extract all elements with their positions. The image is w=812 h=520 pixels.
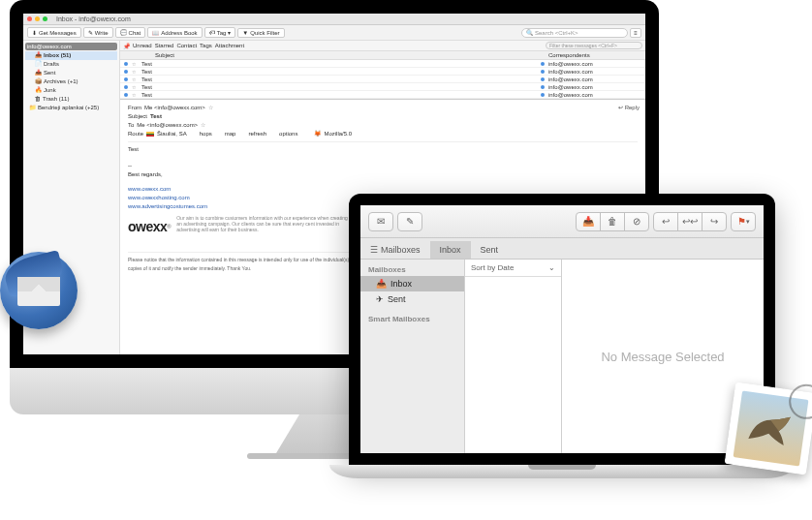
map-link[interactable]: map bbox=[225, 130, 236, 138]
filter-tags[interactable]: Tags bbox=[200, 43, 212, 48]
sidebar-section-mailboxes: Mailboxes bbox=[360, 263, 464, 276]
favorites-bar: ☰Mailboxes Inbox Sent bbox=[360, 238, 764, 260]
unread-dot-icon bbox=[124, 77, 128, 81]
chat-icon: 💬 bbox=[120, 29, 127, 36]
folder-sent[interactable]: 📤Sent bbox=[25, 69, 117, 77]
flag-button[interactable]: ⚑▾ bbox=[731, 212, 756, 231]
star-icon[interactable]: ☆ bbox=[208, 104, 213, 112]
forward-button[interactable]: ↪ bbox=[702, 212, 727, 231]
window-title: Inbox - info@owexx.com bbox=[56, 15, 131, 22]
archive-icon: 📥 bbox=[582, 216, 594, 227]
minimize-dot-icon[interactable] bbox=[35, 16, 40, 21]
global-search-input[interactable]: 🔍 Search <Ctrl+K> bbox=[521, 28, 628, 38]
mail-sidebar: Mailboxes 📥Inbox ✈Sent Smart Mailboxes bbox=[360, 260, 465, 453]
status-dot-icon bbox=[541, 70, 545, 74]
filter-contact[interactable]: Contact bbox=[176, 43, 197, 48]
sort-header[interactable]: Sort by Date ⌄ bbox=[465, 260, 561, 277]
trash-icon: 🗑 bbox=[608, 216, 617, 227]
from-value: Me <info@owexx.com> bbox=[144, 104, 205, 112]
account-header[interactable]: info@owexx.com bbox=[25, 43, 117, 50]
brand-tagline: Our aim is to combine customers informat… bbox=[176, 215, 351, 232]
compose-button[interactable]: ✎ bbox=[397, 212, 422, 231]
archive-icon: 📦 bbox=[35, 77, 42, 86]
folder-inbox[interactable]: 📥Inbox (51) bbox=[25, 51, 117, 60]
to-value: Me <info@owexx.com> bbox=[137, 121, 198, 130]
route-label: Route bbox=[128, 130, 143, 138]
tab-mailboxes[interactable]: ☰Mailboxes bbox=[360, 241, 430, 259]
folder-shared[interactable]: 📁Bendrieji aplankai (+25) bbox=[25, 104, 117, 112]
list-row[interactable]: ☆Testinfo@owexx.com bbox=[120, 91, 645, 99]
folder-junk[interactable]: 🔥Junk bbox=[25, 86, 117, 95]
folder-trash[interactable]: 🗑Trash (11) bbox=[25, 95, 117, 104]
unread-dot-icon bbox=[124, 70, 128, 74]
menu-button[interactable]: ≡ bbox=[630, 28, 641, 38]
tab-inbox[interactable]: Inbox bbox=[430, 241, 471, 259]
sent-icon: 📤 bbox=[35, 69, 42, 77]
close-dot-icon[interactable] bbox=[27, 16, 32, 21]
hops-link[interactable]: hops bbox=[200, 130, 212, 138]
reply-icon: ↩ bbox=[662, 216, 670, 227]
write-button[interactable]: ✎Write bbox=[83, 27, 113, 38]
address-book-button[interactable]: 📖Address Book bbox=[147, 27, 202, 38]
body-regards: Best regards, bbox=[128, 170, 638, 179]
sidebar-section-smart: Smart Mailboxes bbox=[360, 313, 464, 325]
pin-icon[interactable]: 📌 bbox=[123, 43, 130, 49]
get-mail-button[interactable]: ✉ bbox=[368, 212, 393, 231]
reply-all-icon: ↩↩ bbox=[682, 216, 698, 227]
titlebar: Inbox - info@owexx.com bbox=[23, 14, 645, 25]
folder-icon: 📁 bbox=[29, 104, 36, 112]
junk-button[interactable]: ⊘ bbox=[624, 212, 649, 231]
filter-bar: 📌 Unread Starred Contact Tags Attachment… bbox=[120, 41, 645, 51]
signature-link[interactable]: www.owexx.com bbox=[128, 185, 638, 194]
junk-icon: ⊘ bbox=[633, 216, 640, 227]
reply-group: ↩ ↩↩ ↪ bbox=[653, 212, 727, 231]
brand-logo: owexx® bbox=[128, 223, 171, 231]
to-label: To bbox=[128, 121, 134, 130]
quick-filter-button[interactable]: ▼Quick Filter bbox=[237, 28, 284, 38]
tag-button[interactable]: 🏷Tag▾ bbox=[204, 27, 236, 38]
options-link[interactable]: options bbox=[279, 130, 297, 138]
reply-button[interactable]: ↩ Reply bbox=[618, 104, 640, 112]
unread-dot-icon bbox=[124, 62, 128, 66]
flag-icon: ⚑ bbox=[737, 216, 746, 227]
star-icon[interactable]: ☆ bbox=[201, 121, 205, 130]
filter-unread[interactable]: Unread bbox=[133, 43, 152, 48]
delete-button[interactable]: 🗑 bbox=[600, 212, 625, 231]
sidebar-icon: ☰ bbox=[370, 245, 378, 255]
archive-group: 📥 🗑 ⊘ bbox=[576, 212, 649, 231]
get-messages-button[interactable]: ⬇Get Messages bbox=[27, 27, 81, 38]
filter-attachment[interactable]: Attachment bbox=[215, 43, 244, 48]
col-subject[interactable]: Subject bbox=[136, 52, 548, 58]
list-row[interactable]: ☆Testinfo@owexx.com bbox=[120, 68, 645, 76]
drafts-icon: 📄 bbox=[35, 60, 42, 69]
filter-starred[interactable]: Starred bbox=[155, 43, 174, 48]
chevron-down-icon: ▾ bbox=[746, 218, 750, 226]
sidebar-item-inbox[interactable]: 📥Inbox bbox=[360, 276, 464, 291]
junk-icon: 🔥 bbox=[35, 86, 42, 95]
status-dot-icon bbox=[541, 77, 545, 81]
reply-all-button[interactable]: ↩↩ bbox=[677, 212, 703, 231]
filter-search-input[interactable]: Filter these messages <Ctrl+F> bbox=[546, 42, 642, 49]
browser-icon: 🦊 bbox=[314, 130, 321, 138]
sidebar-item-sent[interactable]: ✈Sent bbox=[360, 291, 464, 307]
inbox-icon: ✉ bbox=[377, 216, 385, 227]
list-row[interactable]: ☆Testinfo@owexx.com bbox=[120, 83, 645, 91]
subject-value: Test bbox=[150, 112, 162, 121]
body-text: Test bbox=[128, 145, 638, 154]
applemail-window: ✉ ✎ 📥 🗑 ⊘ ↩ ↩↩ ↪ ⚑▾ ☰Mailboxes Inbox S bbox=[360, 205, 764, 453]
chat-button[interactable]: 💬Chat bbox=[115, 27, 146, 38]
archive-button[interactable]: 📥 bbox=[576, 212, 601, 231]
refresh-link[interactable]: refresh bbox=[248, 130, 266, 138]
list-row[interactable]: ☆Testinfo@owexx.com bbox=[120, 76, 645, 83]
tab-sent[interactable]: Sent bbox=[471, 241, 509, 259]
folder-archives[interactable]: 📦Archives (+1) bbox=[25, 77, 117, 86]
folder-drafts[interactable]: 📄Drafts bbox=[25, 60, 117, 69]
col-correspondents[interactable]: Correspondents bbox=[548, 52, 645, 58]
chevron-down-icon: ▾ bbox=[228, 29, 231, 36]
sent-icon: ✈ bbox=[376, 294, 384, 304]
maximize-dot-icon[interactable] bbox=[43, 16, 47, 21]
list-row[interactable]: ☆Testinfo@owexx.com bbox=[120, 60, 645, 68]
reply-button[interactable]: ↩ bbox=[653, 212, 678, 231]
user-agent: Mozilla/5.0 bbox=[324, 130, 352, 138]
trash-icon: 🗑 bbox=[35, 95, 41, 104]
